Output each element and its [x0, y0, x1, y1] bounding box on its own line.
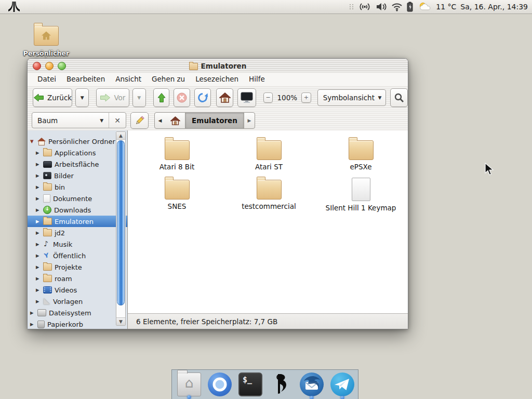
tree-item[interactable]: Vorlagen	[28, 296, 116, 307]
dock-thunderbird-icon[interactable]	[300, 373, 324, 396]
search-icon	[394, 92, 404, 103]
dock-chromium-icon[interactable]	[208, 373, 232, 396]
disclosure-triangle-icon[interactable]	[36, 207, 41, 212]
tree-item[interactable]: Projekte	[28, 261, 116, 273]
desktop-button[interactable]	[237, 88, 256, 107]
running-indicator-dot	[188, 395, 191, 399]
tree-item-icon	[43, 161, 52, 168]
titlebar[interactable]: Emulatoren	[28, 59, 408, 73]
back-history-dropdown[interactable]: ▼	[75, 88, 89, 107]
file-item-label: Atari 8 Bit	[159, 163, 194, 171]
tree-item[interactable]: bin	[28, 181, 116, 193]
panel-clock[interactable]: Sa, 16. Apr., 14:39	[460, 3, 528, 11]
tree-item[interactable]: Videos	[28, 284, 116, 296]
tree-item[interactable]: Downloads	[28, 204, 116, 216]
tree-item[interactable]: Öffentlich	[28, 250, 116, 261]
tree-item[interactable]: Persönlicher Ordner	[28, 136, 116, 147]
home-button[interactable]	[216, 88, 234, 107]
scroll-up-arrow-icon[interactable]: ▲	[116, 132, 125, 140]
disclosure-triangle-icon[interactable]	[36, 184, 41, 190]
disclosure-triangle-icon[interactable]	[36, 219, 41, 224]
tree-item[interactable]: Applications	[28, 147, 116, 158]
edit-path-button[interactable]	[130, 112, 149, 129]
tree-item-icon	[43, 263, 52, 271]
tree-item-icon	[43, 252, 50, 259]
tree-item[interactable]: Bilder	[28, 170, 116, 181]
disclosure-triangle-icon[interactable]	[30, 322, 35, 327]
tree-item-label: Persönlicher Ordner	[48, 138, 115, 145]
breadcrumb-scroll-right[interactable]: ▶	[244, 113, 255, 128]
file-item[interactable]: Atari ST	[223, 137, 315, 176]
weather-icon[interactable]	[417, 2, 432, 12]
disclosure-triangle-icon[interactable]	[36, 230, 41, 235]
atari-logo-menu[interactable]	[7, 1, 21, 12]
panel-grip-handle[interactable]	[350, 4, 354, 9]
disclosure-triangle-icon[interactable]	[36, 173, 41, 178]
tree-item[interactable]: Musik	[28, 238, 116, 250]
back-button[interactable]: Zurück	[33, 88, 72, 107]
zoom-in-button[interactable]: +	[301, 92, 311, 103]
menu-ansicht[interactable]: Ansicht	[111, 74, 146, 84]
sidebar-tree-pane: Persönlicher Ordner Applications Arbeits…	[28, 130, 128, 329]
tree-item[interactable]: roam	[28, 273, 116, 284]
scroll-down-arrow-icon[interactable]: ▼	[116, 317, 125, 325]
battery-icon[interactable]	[407, 2, 413, 12]
dock-music-notation-app-icon[interactable]	[269, 373, 293, 396]
volume-icon[interactable]	[376, 2, 387, 11]
tree-item-label: Projekte	[55, 263, 82, 271]
cancel-button[interactable]	[174, 88, 190, 107]
disclosure-triangle-icon[interactable]	[36, 242, 41, 247]
menu-gehen-zu[interactable]: Gehen zu	[147, 74, 190, 84]
disclosure-triangle-icon[interactable]	[36, 162, 41, 167]
disclosure-triangle-icon[interactable]	[36, 196, 41, 201]
menu-hilfe[interactable]: Hilfe	[244, 74, 270, 84]
up-button[interactable]	[153, 88, 170, 107]
maximize-button[interactable]	[58, 62, 66, 70]
menu-lesezeichen[interactable]: Lesezeichen	[191, 74, 243, 84]
view-mode-select[interactable]: Symbolansicht ▼	[317, 89, 387, 106]
sidebar-scrollbar[interactable]: ▲ ▼	[116, 131, 126, 326]
menu-bearbeiten[interactable]: Bearbeiten	[62, 74, 110, 84]
tree-item[interactable]: Dokumente	[28, 193, 116, 204]
breadcrumb-home-button[interactable]	[165, 113, 185, 128]
minimize-button[interactable]	[45, 62, 54, 70]
breadcrumb-current-folder[interactable]: Emulatoren	[185, 113, 244, 128]
disclosure-triangle-icon[interactable]	[36, 287, 41, 292]
dock-terminal-icon[interactable]	[238, 373, 262, 396]
close-button[interactable]	[33, 62, 41, 70]
tree-item-label: bin	[55, 183, 65, 191]
disclosure-triangle-icon[interactable]	[30, 310, 35, 315]
file-item[interactable]: SNES	[131, 176, 223, 216]
dock-telegram-icon[interactable]	[330, 373, 354, 396]
scrollbar-thumb[interactable]	[117, 140, 125, 305]
file-item[interactable]: ePSXe	[315, 137, 407, 176]
breadcrumb-scroll-left[interactable]: ◀	[155, 113, 165, 128]
zoom-out-button[interactable]: −	[263, 92, 273, 103]
file-item[interactable]: Atari 8 Bit	[131, 137, 223, 176]
tree-item[interactable]: Emulatoren	[28, 216, 127, 227]
search-button[interactable]	[390, 88, 408, 107]
tree-item[interactable]: Dateisystem	[28, 307, 116, 318]
dock-file-manager-icon[interactable]	[177, 373, 201, 396]
disclosure-triangle-icon[interactable]	[36, 253, 41, 258]
sidepane-close-icon[interactable]: ✕	[109, 116, 126, 125]
disclosure-triangle-icon[interactable]	[36, 264, 41, 270]
sidepane-selector[interactable]: Baum ▼ ✕	[32, 112, 126, 128]
forward-history-dropdown[interactable]: ▼	[132, 88, 146, 107]
file-view[interactable]: Atari 8 Bit Atari ST ePSXe SNES testcomm…	[128, 130, 408, 314]
file-item[interactable]: testcommercial	[223, 176, 315, 216]
wifi-icon[interactable]	[391, 3, 403, 11]
disclosure-triangle-icon[interactable]	[30, 139, 35, 144]
reload-button[interactable]	[194, 88, 211, 107]
forward-button[interactable]: Vor	[96, 88, 129, 107]
disclosure-triangle-icon[interactable]	[36, 299, 41, 304]
file-item[interactable]: SIlent Hill 1 Keymap	[315, 176, 407, 216]
tree-item[interactable]: Papierkorb	[28, 318, 116, 329]
network-signal-icon[interactable]	[358, 2, 371, 11]
tree-item[interactable]: Arbeitsfläche	[28, 158, 116, 170]
tree-item-icon	[43, 218, 52, 225]
tree-item[interactable]: jd2	[28, 227, 116, 238]
menu-datei[interactable]: Datei	[33, 74, 61, 84]
disclosure-triangle-icon[interactable]	[36, 150, 41, 155]
disclosure-triangle-icon[interactable]	[36, 276, 41, 281]
